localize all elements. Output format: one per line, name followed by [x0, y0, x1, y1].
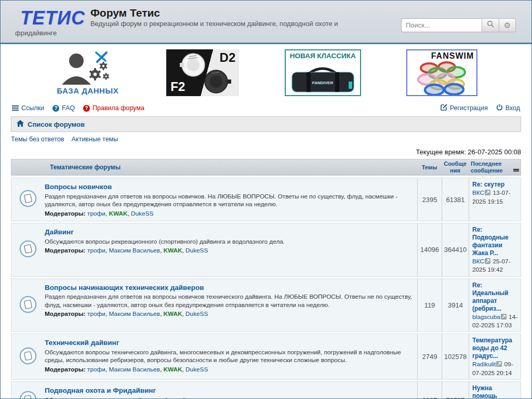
search-input[interactable] — [401, 18, 482, 32]
site-title: Форум Тетис — [15, 7, 531, 19]
topics-count: 2807 — [417, 382, 442, 399]
forum-title-link[interactable]: Вопросы начинающих технических дайверов — [45, 284, 204, 291]
forum-description: Обсуждаются вопросы рекреационного (спор… — [45, 238, 413, 246]
forum-icon-cell — [11, 279, 45, 332]
forum-info-cell: Технический дайвинг Обсуждаются вопросы … — [45, 334, 417, 379]
last-post-title-link[interactable]: Температура воды до 42 градус... — [472, 337, 518, 360]
goto-last-post-icon[interactable] — [485, 190, 490, 197]
topics-count: 2749 — [417, 334, 442, 379]
posts-count: 364410 — [442, 223, 469, 276]
site-header: ТЕТИС Форум Тетис Ведущий форум о рекреа… — [1, 1, 531, 44]
site-logo[interactable]: ТЕТИС — [20, 8, 85, 29]
last-post-cell: Температура воды до 42 градус... Radikul… — [469, 334, 521, 379]
forum-title-link[interactable]: Вопросы новичков — [45, 183, 112, 191]
last-post-title-link[interactable]: Re: Подводные фантазии Жака Р... — [472, 226, 518, 257]
moderator-link[interactable]: трофи — [87, 366, 105, 373]
banner-database[interactable]: БАЗА ДАННЫХ — [55, 49, 121, 96]
nav-rules[interactable]: ? Правила форума — [83, 104, 144, 112]
goto-last-post-icon[interactable] — [501, 314, 507, 321]
forum-topic-icon — [19, 347, 37, 367]
forum-icon-cell — [11, 382, 45, 399]
moderator-link[interactable]: DukeSS — [185, 247, 208, 254]
forum-rows: Вопросы новичков Раздел предназначен для… — [11, 178, 521, 399]
forum-title-link[interactable]: Дайвинг — [45, 228, 74, 236]
forum-description: Раздел предназначен для ответов на вопро… — [45, 193, 413, 209]
breadcrumb[interactable]: Список форумов — [11, 116, 521, 132]
register-icon — [441, 104, 447, 112]
forum-title-link[interactable]: Подводная охота и Фридайвинг — [45, 387, 156, 394]
moderator-link[interactable]: DukeSS — [131, 210, 153, 217]
goto-last-post-icon[interactable] — [496, 361, 502, 368]
column-header-topics: Темы — [417, 164, 442, 170]
nav-bar: Ссылки ? FAQ ? Правила форума Регистраци… — [1, 100, 531, 115]
forum-info-cell: Дайвинг Обсуждаются вопросы рекреационно… — [45, 223, 417, 276]
last-post-title-link[interactable]: Re: Идеальный аппарат (ребриз... — [472, 282, 518, 313]
menu-icon — [12, 104, 19, 112]
forum-table: Тематические форумы Темы Сообщения После… — [11, 159, 521, 399]
current-time: Текущее время: 26-07-2025 00:08 — [11, 148, 521, 156]
forum-title-link[interactable]: Технический дайвинг — [45, 339, 119, 347]
forum-row: Вопросы новичков Раздел предназначен для… — [11, 178, 521, 221]
moderator-link[interactable]: KWAK — [163, 310, 182, 317]
goto-last-post-icon[interactable] — [485, 258, 490, 265]
moderator-link[interactable]: Максим Васильев — [109, 310, 159, 317]
topics-count: 2395 — [417, 178, 442, 221]
moderator-link[interactable]: трофи — [87, 310, 105, 317]
moderator-link[interactable]: Максим Васильев — [109, 366, 159, 373]
moderator-link[interactable]: трофи — [87, 247, 105, 254]
moderators-label: Модераторы: — [45, 366, 86, 373]
moderator-link[interactable]: трофи — [87, 210, 105, 217]
banner-regulators[interactable]: D2 F2 — [166, 49, 239, 96]
moderator-link[interactable]: Максим Васильев — [109, 247, 159, 254]
forum-topic-icon — [19, 296, 37, 315]
last-post-author-link[interactable]: ВКС — [472, 189, 484, 196]
last-post-cell: Re: Подводные фантазии Жака Р... ВКС 25-… — [469, 223, 521, 276]
column-header-forums[interactable]: Тематические форумы — [11, 164, 417, 171]
posts-count: 76597 — [442, 382, 469, 399]
nav-links[interactable]: Ссылки — [12, 104, 44, 112]
nav-faq[interactable]: ? FAQ — [52, 104, 75, 112]
forum-icon-cell — [11, 178, 45, 221]
moderator-link[interactable]: KWAK — [163, 366, 182, 373]
home-icon — [17, 120, 24, 128]
forum-row: Дайвинг Обсуждаются вопросы рекреационно… — [11, 223, 521, 277]
link-unanswered-topics[interactable]: Темы без ответов — [11, 136, 64, 143]
forum-moderators: Модераторы: трофи, Максим Васильев, KWAK… — [45, 366, 413, 373]
quick-links: Темы без ответов Активные темы — [11, 136, 521, 143]
posts-count: 61381 — [442, 178, 469, 221]
search-icon — [487, 20, 495, 30]
last-post-author-link[interactable]: ВКС — [472, 258, 484, 265]
forum-row: Технический дайвинг Обсуждаются вопросы … — [11, 334, 521, 380]
nav-login[interactable]: Вход — [496, 104, 520, 112]
forum-description: Обсуждаются вопросы технического дайвинг… — [45, 349, 413, 365]
banner-fanswim[interactable]: FANSWIM — [406, 49, 477, 96]
column-header-last-post: Последнее сообщение — [469, 159, 521, 175]
question-icon: ? — [52, 105, 59, 112]
moderator-link[interactable]: KWAK — [163, 247, 182, 254]
moderators-label: Модераторы: — [45, 210, 86, 217]
last-post-title-link[interactable]: Нужна помощь — [472, 384, 518, 399]
search-options-button[interactable]: ⚙ — [499, 18, 516, 32]
power-icon — [496, 104, 503, 112]
nav-register[interactable]: Регистрация — [441, 104, 488, 112]
search-button[interactable] — [482, 18, 499, 32]
last-post-author-link[interactable]: Radikulit — [472, 361, 496, 368]
last-post-author-link[interactable]: blagscuba — [472, 313, 500, 321]
last-post-title-link[interactable]: Re: скутер — [472, 181, 518, 189]
link-active-topics[interactable]: Активные темы — [71, 136, 118, 143]
banner-f2-label: F2 — [170, 79, 185, 94]
breadcrumb-label: Список форумов — [28, 121, 85, 128]
banner-new-classic[interactable]: НОВАЯ КЛАССИКА FANDIVER — [285, 49, 361, 96]
moderator-link[interactable]: DukeSS — [185, 310, 208, 317]
dive-bag-image: FANDIVER — [286, 61, 360, 94]
moderator-link[interactable]: DukeSS — [185, 366, 208, 373]
posts-count: 102578 — [442, 334, 469, 379]
forum-topic-icon — [19, 190, 37, 209]
moderator-link[interactable]: KWAK — [109, 210, 127, 217]
forum-row: Вопросы начинающих технических дайверов … — [11, 278, 521, 332]
forum-description: Обсуждаются вопросы подводной охоты, фри… — [45, 396, 413, 399]
forum-icon-cell — [11, 223, 45, 276]
forum-info-cell: Вопросы новичков Раздел предназначен для… — [45, 178, 417, 221]
banner-database-caption: БАЗА ДАННЫХ — [55, 86, 121, 95]
collapse-icon[interactable] — [513, 168, 519, 172]
